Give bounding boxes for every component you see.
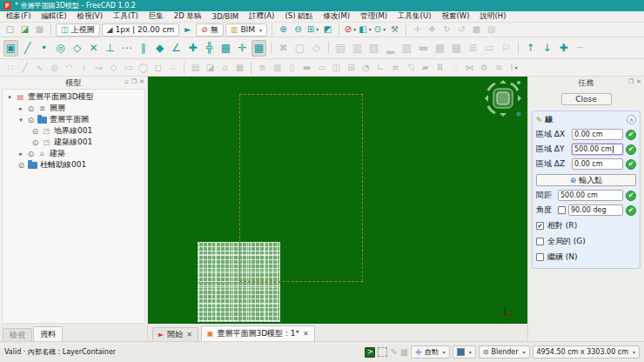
console-icon[interactable]: >: [365, 347, 375, 358]
modify-tool-button-1[interactable]: ✖: [276, 40, 291, 57]
dock-float-icon[interactable]: ❐: [131, 78, 137, 85]
bim-slab-button[interactable]: ▱: [315, 61, 328, 74]
draft-ellipse-button[interactable]: ◯: [137, 61, 150, 74]
report-tool-button-11[interactable]: ⚐: [499, 40, 513, 57]
3d-viewport[interactable]: [148, 77, 527, 324]
visibility-eye-icon[interactable]: ⊙: [27, 104, 35, 113]
bim-truss-button[interactable]: ⋈: [463, 61, 476, 74]
report-tool-button-8[interactable]: ▩: [449, 40, 464, 57]
move-down-button[interactable]: ↓: [540, 40, 554, 57]
snap-perpendicular-button[interactable]: ⊥: [103, 40, 117, 57]
bim-level-button[interactable]: ▦: [233, 61, 246, 74]
menu-file[interactable]: 檔案(F): [6, 11, 31, 22]
dock-float-icon[interactable]: ❐: [628, 78, 634, 85]
snap-special-button[interactable]: ◆: [152, 40, 167, 57]
menu-3d-bim[interactable]: 3D/BIM: [211, 12, 238, 21]
rotate-right-button[interactable]: ↺: [455, 23, 468, 37]
dock-close-icon[interactable]: ✕: [139, 78, 144, 85]
fit-all-button[interactable]: ⊞▾: [306, 23, 319, 37]
close-tab-icon[interactable]: ✕: [186, 331, 192, 339]
close-tab-icon[interactable]: ✕: [303, 330, 309, 338]
bim-pipe-button[interactable]: ◔: [359, 61, 372, 74]
bim-profile-button[interactable]: I▾: [507, 61, 520, 74]
visibility-eye-icon[interactable]: ⊙: [31, 138, 39, 147]
bim-site-button[interactable]: ◪: [204, 61, 217, 74]
snap-working-plane-button[interactable]: ▩: [218, 40, 233, 57]
zoom-out-button[interactable]: ⊖: [292, 23, 305, 37]
remove-item-button[interactable]: ─: [573, 40, 587, 57]
add-item-button[interactable]: ✚: [556, 40, 571, 57]
menu-tools[interactable]: 工具(T): [113, 11, 138, 22]
report-tool-button-2[interactable]: ▥: [350, 40, 365, 57]
line-style-button[interactable]: ◢1px | 20.00 cm: [102, 23, 180, 37]
bim-window-button[interactable]: ⊞: [345, 61, 358, 74]
bim-wall-button[interactable]: ≣: [256, 61, 269, 74]
dock-pin-icon[interactable]: ▫: [124, 78, 129, 85]
expand-arrow-icon[interactable]: ▾: [17, 117, 24, 124]
expand-arrow-icon[interactable]: ▸: [17, 151, 24, 158]
report-tool-button-1[interactable]: ▤: [333, 40, 348, 57]
bim-pipe-connector-button[interactable]: ∟: [374, 61, 387, 74]
rotate-left-button[interactable]: ↻: [440, 23, 453, 37]
menu-help[interactable]: 說明(H): [480, 11, 506, 22]
tab-data-properties[interactable]: 資料: [33, 326, 63, 341]
snap-endpoint-button[interactable]: ╱: [20, 40, 35, 57]
bim-equipment-button[interactable]: ⚙: [478, 61, 491, 74]
bim-column-button[interactable]: ▯: [285, 61, 299, 74]
report-tool-button-7[interactable]: ▦: [433, 40, 447, 57]
navigation-cube[interactable]: [484, 79, 522, 117]
draft-arrow-icon[interactable]: ►: [181, 23, 194, 37]
draft-circle-button[interactable]: ◎: [48, 61, 61, 74]
snap-grid-button[interactable]: ╬: [202, 40, 217, 57]
tab-view-properties[interactable]: 檢視: [3, 328, 32, 341]
bim-curtain-wall-button[interactable]: ▥: [271, 61, 284, 74]
tree-item-document-root[interactable]: ▾ ▤ 壹層平面圖3D模型: [3, 91, 144, 103]
tree-item-column-guides[interactable]: ⊙ 柱輔助線001: [3, 159, 144, 171]
draft-annotation-button[interactable]: ∴: [166, 61, 179, 74]
dimension-indicator-dropdown[interactable]: 4954.50 cm x 3303.00 cm ▾: [533, 345, 640, 359]
selection-mode-icon[interactable]: [378, 347, 387, 357]
expand-arrow-icon[interactable]: ▸: [17, 105, 24, 112]
report-tool-button-6[interactable]: ▬: [416, 40, 431, 57]
report-tool-button-4[interactable]: ▂: [383, 40, 398, 57]
bim-panel-button[interactable]: ▰: [419, 61, 432, 74]
draft-bezier-button[interactable]: ↝: [92, 61, 105, 74]
clip-plane-button[interactable]: ⊘▾: [344, 23, 357, 37]
visibility-eye-icon[interactable]: ⊙: [17, 161, 25, 170]
dock-close-icon[interactable]: ✕: [636, 78, 641, 85]
draft-polygon-button[interactable]: ◇: [107, 61, 120, 74]
color-dropdown[interactable]: ▾: [453, 345, 476, 359]
snap-extension-button[interactable]: ⋯: [119, 40, 134, 57]
bim-fence-button[interactable]: ∴: [448, 61, 461, 74]
length-input[interactable]: 500.00 cm: [558, 190, 623, 201]
bim-door-button[interactable]: ◫: [330, 61, 343, 74]
perspective-view-button[interactable]: ▨: [485, 23, 498, 37]
bim-beam-button[interactable]: ▬: [300, 61, 313, 74]
bim-rebar-button[interactable]: ≋: [493, 61, 506, 74]
delta-x-input[interactable]: 0.00 cm: [572, 129, 623, 140]
menu-snapping[interactable]: (S) 鎖點: [285, 11, 312, 22]
menu-view[interactable]: 檢視(V): [77, 11, 103, 22]
relative-checkbox[interactable]: ✔: [536, 222, 544, 230]
collapse-panel-button[interactable]: ∧: [627, 115, 636, 124]
snap-parallel-button[interactable]: ∥: [136, 40, 151, 57]
snap-ortho-button[interactable]: ✚: [185, 40, 200, 57]
draft-arc-button[interactable]: ◠: [63, 61, 76, 74]
tree-item-layers[interactable]: ▸ ⊙ ≣ 圖層: [3, 103, 144, 114]
draft-spline-button[interactable]: ≀: [77, 61, 91, 74]
axonometric-view-button[interactable]: ◧▾: [359, 23, 372, 37]
bim-project-button[interactable]: ▤: [189, 61, 202, 74]
measure-tool-button[interactable]: ⚒: [388, 23, 401, 37]
top-view-button[interactable]: ◫上視圖: [56, 23, 100, 37]
modify-tool-button-3[interactable]: ◇: [309, 40, 324, 57]
edit-mode-pen-icon[interactable]: ✎: [390, 347, 397, 357]
tree-item-property-line[interactable]: ⊙ ◳ 地界線001: [3, 125, 144, 137]
menu-manage[interactable]: 管理(M): [360, 11, 387, 22]
modify-tool-button-2[interactable]: ▢: [292, 40, 307, 57]
draft-rectangle-button[interactable]: ▭: [122, 61, 135, 74]
navigation-style-dropdown[interactable]: ⊙ Blender ▾: [479, 345, 530, 359]
iso-view-button[interactable]: ■: [470, 23, 483, 37]
enter-point-button[interactable]: ⊕ 輸入點: [536, 174, 636, 186]
bim-stairs-button[interactable]: ≡: [389, 61, 402, 74]
grid-status-icon[interactable]: ▦: [400, 347, 408, 357]
